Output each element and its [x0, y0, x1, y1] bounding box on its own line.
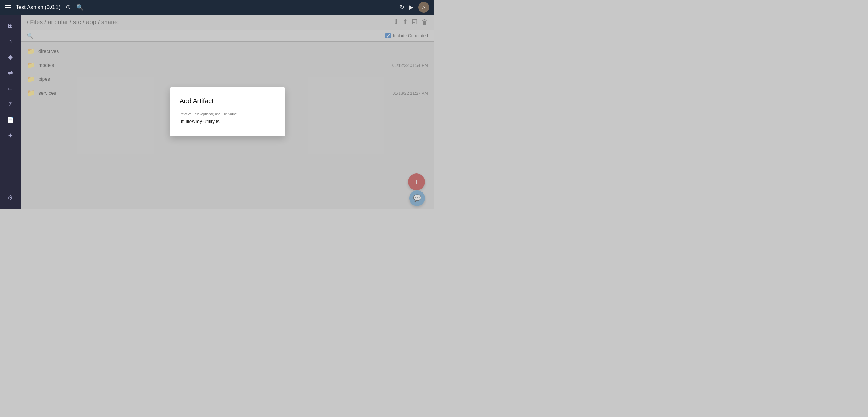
avatar[interactable]: A [418, 2, 429, 13]
puzzle-icon: ✦ [8, 132, 13, 139]
sidebar-item-share[interactable]: ⇌ [3, 65, 18, 80]
sidebar-item-grid[interactable]: ⊞ [3, 18, 18, 33]
dashboard-icon: ◆ [8, 53, 13, 61]
sidebar-item-monitor[interactable]: ▭ [3, 81, 18, 96]
history-icon[interactable]: ⏱ [65, 4, 71, 11]
modal-field-label: Relative Path (optional) and File Name [180, 112, 275, 116]
sidebar-item-dashboard[interactable]: ◆ [3, 50, 18, 64]
app-title: Test Ashish (0.0.1) [16, 4, 61, 10]
modal-field-input[interactable] [180, 118, 275, 126]
top-bar-actions: ↻ ▶ A [400, 2, 429, 13]
search-topbar-icon[interactable]: 🔍 [76, 4, 84, 11]
sigma-icon: Σ [8, 101, 12, 108]
home-icon: ⌂ [8, 38, 12, 45]
refresh-icon[interactable]: ↻ [400, 4, 404, 10]
grid-icon: ⊞ [8, 22, 13, 29]
sidebar-item-puzzle[interactable]: ✦ [3, 128, 18, 143]
modal-overlay: Add Artifact Relative Path (optional) an… [21, 14, 434, 208]
content-area: / Files / angular / src / app / shared ⬇… [21, 14, 434, 208]
modal-title: Add Artifact [180, 97, 275, 105]
sidebar-item-settings[interactable]: ⚙ [3, 190, 18, 205]
top-bar-left: Test Ashish (0.0.1) ⏱ 🔍 [5, 4, 400, 11]
top-bar: Test Ashish (0.0.1) ⏱ 🔍 ↻ ▶ A [0, 0, 434, 14]
file-icon: 📄 [7, 116, 14, 123]
share-icon: ⇌ [8, 69, 13, 76]
sidebar-item-sigma[interactable]: Σ [3, 97, 18, 111]
sidebar: ⊞ ⌂ ◆ ⇌ ▭ Σ 📄 ✦ ⚙ [0, 14, 21, 208]
sidebar-item-home[interactable]: ⌂ [3, 34, 18, 49]
main-layout: ⊞ ⌂ ◆ ⇌ ▭ Σ 📄 ✦ ⚙ / Files / angular / s [0, 14, 434, 208]
monitor-icon: ▭ [8, 86, 13, 91]
sidebar-item-file[interactable]: 📄 [3, 113, 18, 127]
play-icon[interactable]: ▶ [409, 4, 413, 10]
add-artifact-modal: Add Artifact Relative Path (optional) an… [170, 87, 285, 136]
menu-icon[interactable] [5, 5, 11, 9]
settings-icon: ⚙ [7, 194, 13, 201]
